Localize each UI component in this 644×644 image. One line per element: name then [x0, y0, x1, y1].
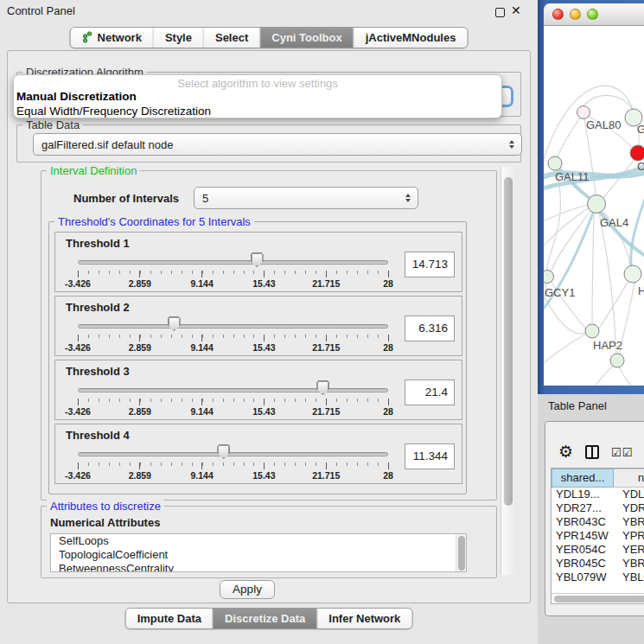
table-panel-title: Table Panel	[548, 399, 607, 412]
table-cell-name[interactable]: YER05	[614, 543, 644, 557]
top-tab-label: Network	[98, 31, 142, 44]
table-row[interactable]: YPR145W YPR14	[552, 529, 644, 543]
top-tab-label: jActiveMNodules	[366, 31, 456, 44]
table-cell-name[interactable]: YPR14	[614, 529, 644, 543]
slider-track[interactable]	[78, 260, 388, 265]
network-node[interactable]	[588, 195, 606, 214]
slider-thumb[interactable]	[251, 252, 264, 267]
threshold-panel: Threshold 4 -3.426 2.859 9.144 15.43 21.…	[54, 424, 462, 484]
number-of-intervals-combo[interactable]: 5	[194, 187, 418, 209]
thresholds-group: Threshold's Coordinates for 5 Intervals …	[48, 221, 467, 494]
network-node[interactable]	[630, 145, 644, 161]
table-row[interactable]: YBL079W YBL07	[552, 571, 644, 584]
table-cell-name[interactable]: YDR27	[614, 501, 644, 515]
table-cell-name[interactable]: YDL19	[614, 488, 644, 501]
table-cell-shared-name[interactable]: YER054C	[552, 543, 614, 557]
slider-ticks	[78, 462, 388, 469]
table-data-group-title: Table Data	[22, 118, 83, 131]
interval-definition-group: Interval Definition Number of Intervals …	[41, 170, 497, 501]
table-cell-shared-name[interactable]: YBR043C	[552, 515, 614, 529]
table-cell-shared-name[interactable]: YDL19...	[552, 488, 614, 501]
column-header-shared-name[interactable]: shared...	[552, 469, 614, 488]
settings-gear-icon[interactable]: ⚙	[558, 443, 573, 459]
slider-track[interactable]	[78, 324, 388, 328]
dropdown-option-equal-width-frequency[interactable]: Equal Width/Frequency Discretization	[14, 104, 501, 118]
network-node-label: HAP2	[593, 339, 622, 352]
scrollbar-thumb[interactable]	[554, 596, 644, 603]
table-cell-shared-name[interactable]: YBR045C	[552, 557, 614, 571]
table-cell-name[interactable]: YBL07	[614, 571, 644, 584]
table-cell-shared-name[interactable]: YDR27...	[552, 501, 614, 515]
bottom-tab[interactable]: Discretize Data	[213, 609, 316, 628]
table-row[interactable]: YBR045C YBR04	[552, 557, 644, 571]
dropdown-option-manual-discretization[interactable]: Manual Discretization	[14, 89, 501, 104]
float-window-icon[interactable]	[495, 8, 505, 17]
top-tab-label: Cyni Toolbox	[271, 31, 341, 44]
network-node[interactable]	[548, 156, 562, 170]
network-window-titlebar	[544, 3, 644, 26]
column-header-name[interactable]: name	[614, 469, 644, 488]
select-columns-icon[interactable]: ☑☑	[611, 446, 633, 459]
attribute-list-item[interactable]: BetweennessCentrality	[51, 562, 466, 572]
bottom-tab[interactable]: Infer Network	[316, 609, 411, 628]
minimize-button[interactable]	[570, 9, 581, 20]
numerical-attributes-list[interactable]: SelfLoops TopologicalCoefficient Between…	[50, 533, 467, 572]
table-row[interactable]: YER054C YER05	[552, 543, 644, 557]
combo-stepper-icon	[509, 140, 514, 149]
table-body: YDL19... YDL19 YDR27... YDR27 YBR043C YB…	[552, 488, 644, 586]
horizontal-scrollbar[interactable]	[552, 593, 644, 603]
top-tab[interactable]: Select	[203, 28, 259, 48]
table-cell-shared-name[interactable]: YPR145W	[552, 529, 614, 543]
top-tab[interactable]: Cyni Toolbox	[259, 28, 353, 48]
top-tab[interactable]: jActiveMNodules	[354, 28, 468, 48]
table-cell-shared-name[interactable]: YLR345W	[552, 584, 614, 586]
threshold-slider[interactable]: -3.426 2.859 9.144 15.43 21.715 28	[78, 233, 388, 291]
network-node[interactable]	[610, 354, 624, 367]
table-row[interactable]: YDR27... YDR27	[552, 501, 644, 515]
slider-thumb[interactable]	[168, 316, 181, 331]
threshold-slider[interactable]: -3.426 2.859 9.144 15.43 21.715 28	[78, 296, 388, 355]
threshold-value-field[interactable]: 14.713	[405, 252, 455, 277]
scrollbar-thumb[interactable]	[458, 536, 465, 571]
table-cell-name[interactable]: YLR34	[614, 584, 644, 586]
close-icon[interactable]: ✕	[511, 3, 521, 17]
table-data-combo[interactable]: galFiltered.sif default node	[33, 133, 522, 156]
apply-button[interactable]: Apply	[220, 580, 275, 599]
top-tab[interactable]: Style	[153, 28, 203, 48]
network-canvas[interactable]: GAL80GACGAL11GAL4GCY1HHAP2	[544, 26, 644, 386]
bottom-tab[interactable]: Impute Data	[126, 609, 213, 628]
table-row[interactable]: YDL19... YDL19	[552, 488, 644, 501]
top-tab[interactable]: Network	[71, 28, 153, 48]
table-cell-name[interactable]: YBR04	[614, 557, 644, 571]
threshold-slider[interactable]: -3.426 2.859 9.144 15.43 21.715 28	[78, 424, 388, 483]
table-header-row: shared... name	[552, 469, 644, 488]
zoom-button[interactable]	[587, 9, 598, 20]
number-of-intervals-label: Number of Intervals	[73, 192, 181, 205]
table-cell-shared-name[interactable]: YBL079W	[552, 571, 614, 584]
network-node[interactable]	[624, 265, 641, 283]
table-row[interactable]: YLR345W YLR34	[552, 584, 644, 586]
threshold-panel: Threshold 2 -3.426 2.859 9.144 15.43 21.…	[54, 296, 462, 356]
threshold-value-field[interactable]: 6.316	[405, 316, 455, 341]
slider-thumb[interactable]	[217, 444, 230, 459]
network-node[interactable]	[585, 324, 599, 338]
threshold-slider[interactable]: -3.426 2.859 9.144 15.43 21.715 28	[78, 360, 388, 419]
network-node[interactable]	[577, 106, 590, 119]
scrollbar-thumb[interactable]	[504, 177, 513, 506]
network-node[interactable]	[544, 271, 554, 284]
table-row[interactable]: YBR043C YBR04	[552, 515, 644, 529]
threshold-value-field[interactable]: 21.4	[405, 379, 455, 405]
slider-thumb[interactable]	[316, 380, 329, 395]
slider-tick-labels: -3.426 2.859 9.144 15.43 21.715 28	[78, 342, 388, 353]
attribute-list-item[interactable]: TopologicalCoefficient	[51, 548, 466, 562]
control-panel-titlebar: Control Panel ✕	[0, 0, 538, 21]
table-cell-name[interactable]: YBR04	[614, 515, 644, 529]
close-button[interactable]	[552, 9, 564, 20]
vertical-scrollbar[interactable]	[501, 167, 514, 575]
slider-track[interactable]	[78, 452, 388, 456]
column-layout-icon[interactable]	[585, 445, 599, 459]
list-scrollbar[interactable]	[456, 534, 466, 571]
threshold-value-field[interactable]: 11.344	[405, 443, 455, 469]
slider-track[interactable]	[78, 388, 388, 392]
attribute-list-item[interactable]: SelfLoops	[51, 534, 466, 548]
